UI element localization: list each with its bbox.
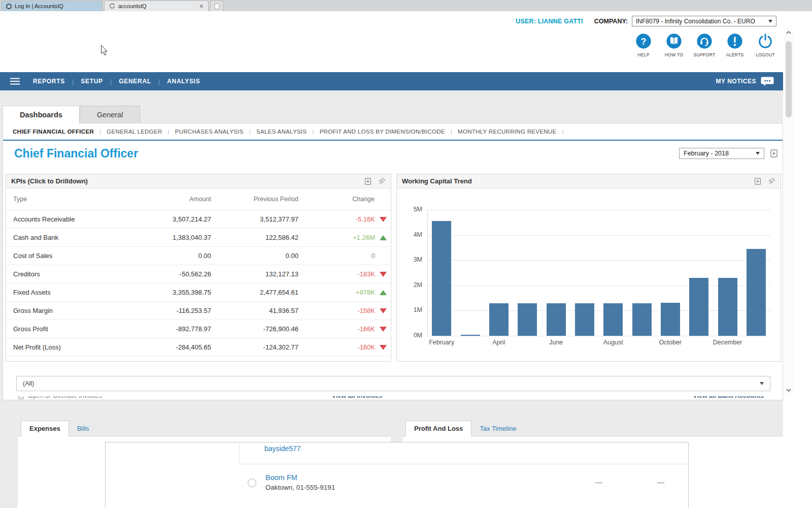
kpi-row-fixed-assets[interactable]: Fixed Assets3,355,398.752,477,654.61+878… [6,283,391,301]
dashboard-tab-profit-and-loss-by-dimension-bicode[interactable]: PROFIT AND LOSS BY DIMENSION/BICODE [314,129,451,135]
new-tab-button[interactable] [210,1,223,11]
kpi-previous: 132,127.13 [211,265,298,283]
kpi-amount: 1,383,040.37 [121,228,211,246]
chart-bar-september[interactable] [632,303,652,336]
scroll-up-icon[interactable] [784,28,793,37]
kpi-previous: 122,586.42 [211,228,298,246]
alerts-button[interactable]: ALERTS [722,33,748,57]
kpi-amount: -50,562.26 [121,265,211,283]
nav-item-analysis[interactable]: ANALYSIS [160,78,207,85]
trend-down-icon [380,327,387,332]
dashboard-tab-monthly-recurring-revenue[interactable]: MONTHLY RECURRING REVENUE [452,129,562,135]
close-tab-icon[interactable]: × [199,3,204,10]
chart-xtick-label: October [648,339,693,346]
chart-xtick-label: December [705,339,751,346]
export-icon[interactable] [769,149,779,158]
nav-item-general[interactable]: GENERAL [112,78,158,85]
pin-icon[interactable] [378,177,386,185]
contact-checkbox[interactable] [248,479,256,487]
company-select-value: INF8079 - Infinity Consolidation Co. - E… [636,18,755,25]
chart-bar-july[interactable] [575,303,594,336]
chart-xtick-label: April [476,339,522,346]
chart-bar-may[interactable] [518,303,537,336]
kpi-previous: 41,936.57 [211,301,298,320]
my-notices-label: MY NOTICES [716,78,756,85]
nav-item-reports[interactable]: REPORTS [26,78,72,85]
export-icon[interactable] [364,177,372,185]
chart-bar-august[interactable] [603,303,623,336]
contacts-overlay: bayside577 Boom FM Oaktown, 01-555-9191 … [105,442,689,508]
bayside-link[interactable]: bayside577 [264,444,301,453]
how-to-button[interactable]: HOW TO [661,33,687,57]
my-notices-button[interactable]: MY NOTICES [716,77,783,86]
chart-bar-january[interactable] [747,249,766,336]
company-select[interactable]: INF8079 - Infinity Consolidation Co. - E… [632,16,776,26]
kpi-panel-title: KPIs (Click to Drilldown) [11,177,88,185]
expenses-tab-bills[interactable]: Bills [69,421,97,436]
page-scrollbar[interactable] [784,28,793,395]
chart-bar-november[interactable] [689,278,708,336]
profit-loss-tab-tax-timeline[interactable]: Tax Timeline [471,421,524,436]
browser-tab-login[interactable]: Log In | AccountsIQ [1,1,103,11]
kpi-row-cash-and-bank[interactable]: Cash and Bank1,383,040.37122,586.42+1.26… [6,228,391,246]
row-divider [239,464,688,464]
kpi-change: -158K [298,301,391,320]
chart-gridline [427,260,770,261]
browser-tab-accountsiq[interactable]: accountsIQ × [104,1,209,11]
support-button[interactable]: SUPPORT [691,33,718,57]
kpi-row-gross-profit[interactable]: Gross Profit-892,778.97-726,900.46-166K [6,320,391,338]
working-capital-chart: 0M1M2M3M4M5MFebruaryAprilJuneAugustOctob… [397,188,781,362]
kpi-row-net-profit-loss[interactable]: Net Profit (Loss)-284,405.65-124,302.77-… [6,338,391,356]
chart-gridline [427,210,770,210]
kpi-change-value: -5.16K [356,215,375,223]
chart-gridline [427,336,770,336]
profit-loss-tab-profit-and-loss[interactable]: Profit And Loss [405,421,471,436]
filter-sheet: (All) [14,373,772,396]
contact-name-link[interactable]: Boom FM [265,473,297,482]
chart-y-axis [427,210,428,336]
pin-icon[interactable] [768,177,775,185]
trend-down-icon [380,345,387,350]
chart-bar-february[interactable] [432,221,451,336]
dashboard-tab-purchases-analysis[interactable]: PURCHASES ANALYSIS [170,129,249,135]
dashboard-tab-sales-analysis[interactable]: SALES ANALYSIS [251,129,312,135]
chart-ytick-label: 2M [402,281,422,289]
kpi-table: TypeAmountPrevious PeriodChange Accounts… [6,188,391,362]
chart-gridline [427,235,770,236]
chart-title: Working Capital Trend [402,177,472,185]
expenses-tab-expenses[interactable]: Expenses [21,421,69,436]
kpi-change: -166K [298,320,391,338]
kpi-row-accounts-receivable[interactable]: Accounts Receivable3,507,214.273,512,377… [6,210,391,228]
chart-bar-december[interactable] [718,278,737,336]
kpi-row-gross-margin[interactable]: Gross Margin-116,253.5741,936.57-158K [6,301,391,320]
kpi-amount: -892,778.97 [121,320,211,338]
kpi-row-creditors[interactable]: Creditors-50,562.26132,127.13-183K [6,265,391,283]
menu-icon[interactable] [10,72,20,90]
export-icon[interactable] [754,177,762,185]
kpi-table-header: TypeAmountPrevious PeriodChange [6,188,391,210]
workspace-tab-general[interactable]: General [80,106,141,123]
kpi-row-cost-of-sales[interactable]: Cost of Sales0.000.000 [6,246,391,265]
user-info: USER: LIANNE GATTI [516,18,583,25]
chart-bar-march[interactable] [461,335,480,336]
kpi-type: Gross Margin [6,301,121,320]
dashboard-tab-chief-financial-officer[interactable]: CHIEF FINANCIAL OFFICER [7,129,99,135]
nav-item-setup[interactable]: SETUP [74,78,110,85]
logout-button[interactable]: LOGOUT [752,33,779,57]
filter-select[interactable]: (All) [16,376,770,391]
period-select[interactable]: February - 2018 [679,148,764,159]
workspace-tab-dashboards[interactable]: Dashboards [3,106,80,123]
chart-bar-april[interactable] [489,303,509,336]
scroll-down-icon[interactable] [784,386,793,395]
chart-bar-october[interactable] [661,303,680,336]
kpi-previous: 2,477,654.61 [211,283,298,301]
dashboard-tab-general-ledger[interactable]: GENERAL LEDGER [101,129,167,135]
chart-bar-june[interactable] [547,303,566,336]
kpi-row-operating-expenses[interactable]: Operating Expenses608,273.22602,507.60+5… [6,356,391,362]
company-label: COMPANY: [594,18,628,25]
trend-down-icon [380,272,387,277]
help-button[interactable]: ?HELP [630,33,657,57]
chart-panel-header: Working Capital Trend [397,174,781,188]
scrollbar-thumb[interactable] [786,41,792,117]
power-icon [757,33,774,50]
